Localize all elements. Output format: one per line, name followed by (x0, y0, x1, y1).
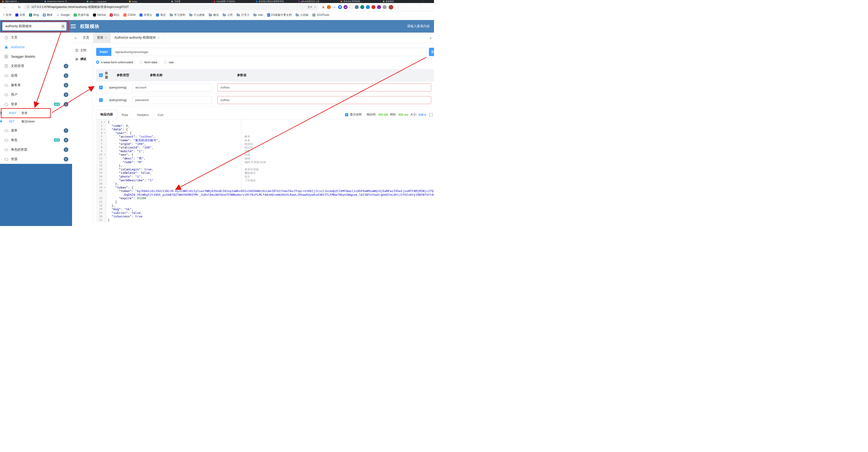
tab-close-icon[interactable]: × (105, 36, 107, 39)
tabs-collapse-icon[interactable]: « (72, 33, 79, 43)
bookmark-item[interactable]: 百度云 (140, 13, 152, 17)
reload-icon[interactable]: ↻ (17, 5, 22, 9)
tab-登录[interactable]: 登录× (93, 33, 111, 43)
sidebar-item-login[interactable]: 登录NEW2 (0, 100, 72, 109)
browser-tab[interactable]: 前后端分离后台权限管理系… (254, 0, 296, 3)
send-button[interactable]: 发送 (429, 48, 434, 56)
nav-doc[interactable]: 文档 (72, 46, 93, 55)
extension-icon[interactable] (327, 5, 331, 9)
bookmark-item[interactable]: CCSDN (123, 13, 135, 17)
bookmark-item[interactable]: bBing (29, 13, 39, 17)
menu-icon[interactable] (71, 24, 76, 28)
module-select[interactable]: authority-权限模块 (2, 22, 66, 30)
extension-icon[interactable] (360, 5, 364, 9)
bookmark-item[interactable]: mac (253, 13, 263, 17)
sidebar-item-role[interactable]: 角色NEW8 (0, 135, 72, 145)
url-text[interactable]: 127.0.0.1:8760/api/gate/doc.html#/author… (31, 5, 305, 9)
bookmark-item[interactable]: GitHub (93, 13, 106, 17)
param-value-input[interactable]: zuihou (217, 84, 431, 91)
radio-raw[interactable]: raw (164, 60, 174, 64)
browser-tab[interactable]: 新标签页 (381, 0, 423, 3)
fold-caret-icon[interactable]: ▾ (103, 131, 106, 135)
browser-tab[interactable]: temporary-interner 文… (42, 0, 85, 3)
bookmark-item[interactable]: 学习资料 (170, 13, 185, 17)
tabs-expand-icon[interactable]: » (427, 33, 434, 43)
param-name-input[interactable]: password (132, 96, 212, 104)
browser-tab[interactable]: 若依后台管理系统… (338, 0, 381, 3)
browser-tab[interactable]: 无标题 (169, 0, 212, 3)
sidebar-item-app[interactable]: 应用5 (0, 71, 72, 80)
extension-icon[interactable]: G (333, 5, 336, 9)
extension-icon[interactable] (366, 5, 370, 9)
browser-tab[interactable]: github加密文件上传… (296, 0, 338, 3)
bookmark-item[interactable]: ESES搜索引擎文档 (267, 13, 292, 17)
profile-avatar[interactable] (389, 5, 393, 9)
browser-tab[interactable]: Netty权限<不含协议… (212, 0, 254, 3)
tab-Authorize-authority-权限模块[interactable]: Authorize-authority-权限模块× (111, 33, 163, 43)
browser-tab-strip[interactable]: 温故JS&ES6…temporary-interner 文…vue——compu… (0, 0, 434, 3)
forward-icon[interactable]: → (9, 5, 14, 9)
extension-icon[interactable] (349, 5, 353, 9)
fold-caret-icon[interactable]: ▾ (103, 186, 106, 190)
back-icon[interactable]: ← (2, 5, 7, 9)
extension-icon[interactable] (355, 5, 359, 9)
browser-tab[interactable]: habits (127, 0, 169, 3)
bookmark-item[interactable]: 笔记 (156, 13, 166, 17)
extension-icon[interactable] (371, 5, 375, 9)
translate-icon[interactable]: 文A (307, 5, 312, 9)
fold-caret-icon[interactable]: ▾ (103, 128, 106, 131)
bookmark-item[interactable]: 1024Tools (312, 13, 330, 17)
sidebar-item-authorize[interactable]: Authorize (0, 42, 72, 52)
extension-icon[interactable] (377, 5, 381, 9)
address-bar[interactable]: ⓘ 127.0.0.1:8760/api/gate/doc.html#/auth… (24, 4, 319, 10)
show-desc-checkbox[interactable]: ✓ (345, 113, 348, 116)
bookmark-item[interactable]: ⠿应用 (3, 13, 11, 17)
select-stepper-icon[interactable] (61, 24, 65, 29)
response-tab-Headers[interactable]: Headers (132, 111, 153, 119)
param-value-input[interactable]: zuihou (217, 96, 431, 104)
response-tab-Raw[interactable]: Raw (117, 111, 132, 119)
tab-主页[interactable]: 主页 (79, 33, 93, 43)
extension-icon[interactable] (383, 5, 386, 9)
extension-icon[interactable]: ⊞ (321, 5, 325, 9)
radio-form-data[interactable]: form-data (140, 60, 157, 64)
bookmark-item[interactable]: 已导入 (237, 13, 249, 17)
browser-tab[interactable]: 温故JS&ES6… (0, 0, 42, 3)
tab-close-icon[interactable]: × (158, 36, 159, 39)
row-checkbox[interactable]: ✓ (99, 98, 103, 102)
fold-caret-icon[interactable]: ▾ (103, 153, 106, 157)
select-all-checkbox[interactable]: ✓ (99, 73, 103, 77)
bookmark-star-icon[interactable]: ☆ (314, 6, 316, 9)
bookmark-item[interactable]: 译翻译 (43, 13, 53, 17)
bookmark-item[interactable]: 小目标 (296, 13, 308, 17)
sidebar-item-service[interactable]: 服务表6 (0, 80, 72, 90)
row-checkbox[interactable]: ✓ (99, 86, 103, 89)
bookmark-item[interactable]: 百度 (16, 13, 25, 17)
bookmark-item[interactable]: 什么都有 (189, 13, 205, 17)
sidebar-endpoint-token-get[interactable]: GET验证token (0, 117, 72, 126)
sidebar-item-role-resource[interactable]: 角色的资源1 (0, 145, 72, 154)
bookmark-item[interactable]: GGoogle (57, 13, 70, 17)
response-tab-Curl[interactable]: Curl (153, 111, 168, 119)
bookmark-item[interactable]: C开源中国 (74, 13, 89, 17)
sidebar-item-doc-manage[interactable]: 文档管理3 (0, 61, 72, 71)
param-name-input[interactable]: account (132, 84, 212, 91)
sidebar-item-resource[interactable]: 资源6 (0, 154, 72, 164)
nav-debug[interactable]: 调试 (72, 55, 93, 63)
fullscreen-icon[interactable] (429, 113, 433, 116)
bookmark-item[interactable]: 公司 (223, 13, 233, 17)
sidebar-item-home[interactable]: 主页 (0, 33, 72, 42)
sidebar-item-menu[interactable]: 菜单7 (0, 126, 72, 135)
radio-x-www-form-urlencoded[interactable]: x-www-form-urlencoded (96, 60, 133, 64)
search-input[interactable]: 请输入搜索内容 (407, 24, 430, 28)
fold-caret-icon[interactable]: ▾ (103, 120, 106, 124)
page-info-icon[interactable]: ⓘ (27, 5, 30, 9)
bookmark-item[interactable]: 微信 (209, 13, 219, 17)
sidebar-item-swagger-models[interactable]: Swagger Models (0, 52, 72, 61)
browser-tab[interactable]: vue——computed… (85, 0, 127, 3)
extension-icon[interactable]: 译 (338, 5, 342, 9)
extension-icon[interactable]: JS (344, 5, 347, 9)
sidebar-endpoint-login-post[interactable]: POST登录 (0, 109, 72, 117)
sidebar-item-user[interactable]: 用户9 (0, 90, 72, 100)
bookmark-item[interactable]: G码云 (110, 13, 120, 17)
